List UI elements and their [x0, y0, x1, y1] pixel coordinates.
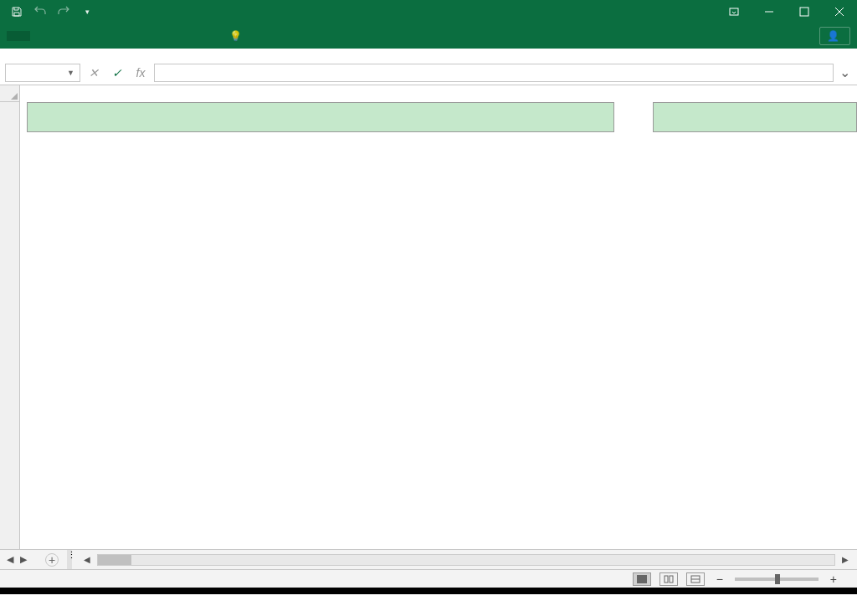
tab-view[interactable]: [174, 31, 198, 41]
tab-home[interactable]: [33, 31, 57, 41]
tab-nav[interactable]: ◀ ▶: [0, 550, 40, 569]
sheet-tabs-bar: ◀ ▶ + ⋮ ◀ ▶: [0, 549, 857, 569]
undo-icon[interactable]: [33, 5, 47, 18]
row-headers: [0, 102, 20, 549]
tab-insert[interactable]: [57, 31, 80, 41]
tab-next-icon[interactable]: ▶: [20, 554, 27, 565]
add-sheet-button[interactable]: +: [45, 553, 59, 567]
scroll-right-icon[interactable]: ▶: [839, 555, 852, 564]
ribbon-tabs: 💡 👤: [0, 23, 857, 49]
tab-page-layout[interactable]: [80, 31, 104, 41]
fx-icon[interactable]: fx: [131, 64, 151, 82]
zoom-in-button[interactable]: +: [827, 572, 840, 586]
share-icon: 👤: [827, 30, 839, 42]
svg-rect-7: [670, 576, 673, 583]
statusbar: − +: [0, 569, 857, 588]
redo-icon[interactable]: [57, 5, 70, 18]
name-box[interactable]: ▼: [5, 64, 80, 82]
section-title-right[interactable]: [653, 102, 857, 132]
ribbon-options-icon[interactable]: [716, 0, 752, 23]
tab-prev-icon[interactable]: ◀: [7, 554, 13, 565]
view-page-layout-icon[interactable]: [659, 572, 678, 586]
cells-area[interactable]: [20, 102, 857, 549]
view-normal-icon[interactable]: [633, 572, 651, 586]
horizontal-scrollbar[interactable]: ◀ ▶: [75, 550, 857, 569]
section-title-left[interactable]: [27, 102, 614, 132]
cancel-formula-icon[interactable]: ✕: [84, 64, 104, 82]
scroll-thumb[interactable]: [98, 555, 131, 565]
tab-team[interactable]: [198, 31, 221, 41]
tab-formulas[interactable]: [104, 31, 127, 41]
zoom-thumb[interactable]: [775, 574, 780, 584]
tell-me-search[interactable]: 💡: [229, 30, 247, 42]
scroll-left-icon[interactable]: ◀: [80, 555, 94, 564]
qat-customize-icon[interactable]: ▾: [80, 5, 94, 18]
bottom-strip: [0, 588, 857, 594]
expand-formula-icon[interactable]: ⌄: [837, 64, 852, 80]
share-button[interactable]: 👤: [819, 27, 850, 45]
chevron-down-icon[interactable]: ▼: [67, 69, 74, 77]
save-icon[interactable]: [10, 5, 23, 18]
svg-rect-6: [665, 576, 668, 583]
scroll-track[interactable]: [97, 554, 835, 566]
accept-formula-icon[interactable]: ✓: [107, 64, 127, 82]
svg-rect-2: [800, 8, 808, 16]
lightbulb-icon: 💡: [229, 30, 242, 42]
svg-rect-0: [730, 8, 738, 15]
maximize-button[interactable]: [787, 0, 822, 23]
formula-bar: ▼ ✕ ✓ fx ⌄: [0, 60, 857, 85]
svg-rect-5: [637, 575, 647, 583]
sheet-area: [0, 85, 857, 549]
close-button[interactable]: [822, 0, 857, 23]
tab-separator[interactable]: ⋮: [67, 550, 72, 569]
zoom-slider[interactable]: [735, 578, 819, 581]
minimize-button[interactable]: [752, 0, 787, 23]
tab-file[interactable]: [7, 31, 30, 41]
tab-data[interactable]: [127, 31, 151, 41]
tab-review[interactable]: [151, 31, 174, 41]
titlebar: ▾: [0, 0, 857, 23]
view-page-break-icon[interactable]: [686, 572, 705, 586]
formula-input[interactable]: [154, 64, 834, 82]
select-all-cell[interactable]: [0, 85, 20, 102]
zoom-out-button[interactable]: −: [713, 572, 726, 586]
